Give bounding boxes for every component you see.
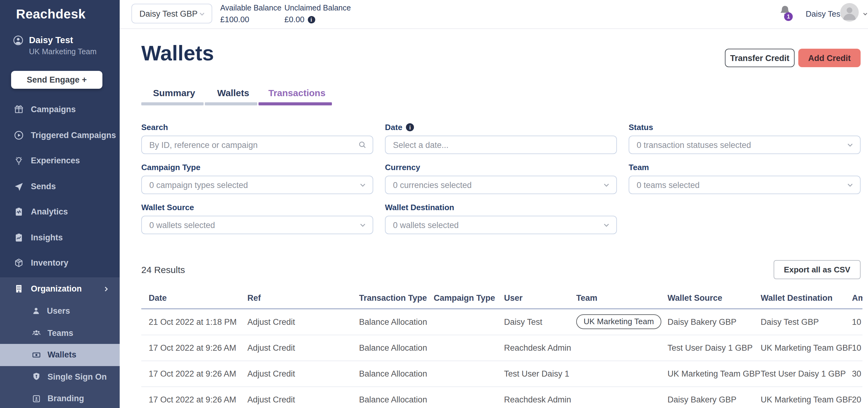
sidebar-item-label: Sends bbox=[31, 182, 56, 191]
add-credit-button[interactable]: Add Credit bbox=[798, 49, 861, 67]
wallet-selector-dropdown[interactable]: Daisy Test GBP bbox=[131, 4, 212, 24]
sidebar-item-single-sign-on[interactable]: Single Sign On bbox=[0, 366, 120, 388]
wallet-destination-select[interactable]: 0 wallets selected bbox=[385, 216, 617, 234]
results-count: 24 Results bbox=[141, 264, 185, 275]
cell-wallet-source: Daisy Bakery GBP bbox=[668, 386, 761, 408]
sidebar-item-experiences[interactable]: Experiences bbox=[0, 148, 120, 173]
sidebar-item-users[interactable]: Users bbox=[0, 300, 120, 322]
unclaimed-balance-value: £0.00 bbox=[284, 15, 305, 25]
app-root: Reachdesk Daisy Test UK Marketing Team S… bbox=[0, 0, 868, 408]
campaign-type-select[interactable]: 0 campaign types selected bbox=[141, 176, 373, 194]
filter-wallet-source: Wallet Source 0 wallets selected bbox=[141, 203, 373, 234]
cell-ref: Adjust Credit bbox=[247, 309, 359, 335]
search-input[interactable] bbox=[149, 140, 354, 149]
info-icon[interactable]: i bbox=[308, 16, 315, 24]
column-header-amount: Amount bbox=[852, 288, 863, 309]
cell-transaction-type: Balance Allocation bbox=[359, 335, 434, 361]
wallet-source-select[interactable]: 0 wallets selected bbox=[141, 216, 373, 234]
sidebar-nav: Campaigns Triggered Campaigns Experience… bbox=[0, 97, 120, 276]
cell-wallet-source: Daisy Bakery GBP bbox=[668, 309, 761, 335]
column-header-date: Date bbox=[141, 288, 247, 309]
id-card-icon bbox=[31, 394, 41, 404]
cell-wallet-source: Test User Daisy 1 GBP bbox=[668, 335, 761, 361]
available-balance-label: Available Balance bbox=[220, 4, 281, 13]
wallet-destination-label: Wallet Destination bbox=[385, 203, 617, 212]
send-engage-button[interactable]: Send Engage + bbox=[11, 71, 102, 89]
avatar[interactable] bbox=[840, 3, 859, 22]
team-select[interactable]: 0 teams selected bbox=[629, 176, 861, 194]
chevron-down-icon bbox=[198, 9, 206, 18]
chevron-down-icon bbox=[602, 180, 611, 189]
cell-team bbox=[576, 386, 668, 408]
filter-wallet-destination: Wallet Destination 0 wallets selected bbox=[385, 203, 617, 234]
cell-wallet-destination: Daisy Test GBP bbox=[761, 309, 852, 335]
box-icon bbox=[13, 258, 24, 268]
date-label: Date bbox=[385, 123, 402, 132]
team-pill: UK Marketing Team bbox=[576, 315, 661, 330]
tab-wallets[interactable]: Wallets bbox=[217, 88, 249, 98]
page-title: Wallets bbox=[141, 41, 214, 65]
date-input[interactable] bbox=[393, 140, 598, 149]
team-label: Team bbox=[629, 163, 861, 172]
cell-team: UK Marketing Team bbox=[576, 309, 668, 335]
transfer-credit-button[interactable]: Transfer Credit bbox=[725, 49, 795, 67]
cell-transaction-type: Balance Allocation bbox=[359, 309, 434, 335]
sidebar-item-analytics[interactable]: Analytics bbox=[0, 199, 120, 225]
sidebar-item-insights[interactable]: Insights bbox=[0, 225, 120, 250]
sidebar-item-label: Teams bbox=[48, 329, 73, 338]
currency-select[interactable]: 0 currencies selected bbox=[385, 176, 617, 194]
column-header-campaign-type: Campaign Type bbox=[434, 288, 504, 309]
sidebar-organization-section: Organization Users Teams Wallets Single … bbox=[0, 277, 120, 408]
sidebar-item-branding[interactable]: Branding bbox=[0, 388, 120, 408]
clipboard-chart-icon bbox=[13, 232, 24, 243]
sidebar-item-wallets[interactable]: Wallets bbox=[0, 344, 120, 366]
tab-underline-transactions-active bbox=[258, 102, 332, 105]
cell-campaign-type bbox=[434, 361, 504, 386]
cell-user: Reachdesk Admin bbox=[504, 386, 576, 408]
date-info-icon[interactable]: i bbox=[406, 123, 414, 131]
sidebar-item-campaigns[interactable]: Campaigns bbox=[0, 97, 120, 122]
sidebar-item-teams[interactable]: Teams bbox=[0, 322, 120, 344]
paper-plane-icon bbox=[13, 181, 24, 192]
tab-summary[interactable]: Summary bbox=[153, 88, 195, 98]
cell-user: Test User Daisy 1 bbox=[504, 361, 576, 386]
sidebar-item-label: Campaigns bbox=[31, 105, 76, 114]
topbar-user-name: Daisy Test bbox=[806, 9, 842, 19]
notifications-bell[interactable]: 1 bbox=[779, 4, 793, 22]
user-icon bbox=[31, 307, 41, 316]
user-menu-chevron-icon[interactable] bbox=[862, 10, 868, 17]
status-select[interactable]: 0 transaction statuses selected bbox=[629, 136, 861, 154]
sidebar-item-triggered-campaigns[interactable]: Triggered Campaigns bbox=[0, 122, 120, 148]
export-csv-button[interactable]: Export all as CSV bbox=[774, 260, 861, 279]
campaign-type-label: Campaign Type bbox=[141, 163, 373, 172]
cell-campaign-type bbox=[434, 386, 504, 408]
cell-wallet-source: UK Marketing Team GBP bbox=[668, 361, 761, 386]
gift-icon bbox=[13, 104, 24, 115]
sidebar-item-organization[interactable]: Organization bbox=[0, 277, 120, 300]
status-label: Status bbox=[629, 123, 861, 132]
sidebar-item-label: Inventory bbox=[31, 259, 68, 268]
chevron-down-icon bbox=[846, 180, 855, 189]
chevron-down-icon bbox=[602, 220, 611, 229]
column-header-wallet-destination: Wallet Destination bbox=[761, 288, 852, 309]
chevron-down-icon bbox=[359, 180, 367, 189]
column-header-team: Team bbox=[576, 288, 668, 309]
sidebar-item-inventory[interactable]: Inventory bbox=[0, 250, 120, 276]
sidebar-item-label: Experiences bbox=[31, 156, 80, 166]
cell-amount: 10 bbox=[852, 309, 863, 335]
wallet-selector-value: Daisy Test GBP bbox=[140, 9, 198, 18]
cell-date: 21 Oct 2022 at 1:18 PM bbox=[141, 309, 247, 335]
lightbulb-icon bbox=[13, 156, 24, 166]
cell-user: Daisy Test bbox=[504, 309, 576, 335]
banknote-icon bbox=[31, 350, 41, 360]
tab-underline-summary bbox=[141, 102, 204, 105]
sidebar-item-sends[interactable]: Sends bbox=[0, 173, 120, 199]
reachdesk-logo: Reachdesk bbox=[16, 7, 86, 22]
table-row: 17 Oct 2022 at 9:26 AM Adjust Credit Bal… bbox=[141, 335, 863, 361]
cell-wallet-destination: UK Marketing Team GBP bbox=[761, 386, 852, 408]
available-balance-value: £100.00 bbox=[220, 15, 249, 25]
column-header-user: User bbox=[504, 288, 576, 309]
cell-ref: Adjust Credit bbox=[247, 386, 359, 408]
shield-key-icon bbox=[31, 372, 41, 382]
tab-transactions[interactable]: Transactions bbox=[268, 88, 326, 98]
